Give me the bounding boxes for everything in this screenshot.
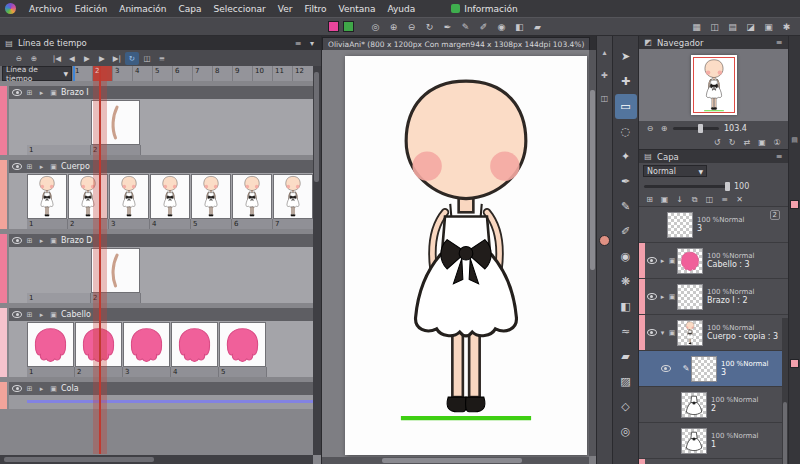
blend-mode-select[interactable]: Normal ▼ (643, 165, 707, 177)
canvas-viewport[interactable] (322, 50, 596, 464)
layer-visible-icon[interactable] (12, 385, 22, 392)
layer-visibility-toggle[interactable] (645, 293, 658, 300)
color-swatch-green[interactable] (343, 21, 354, 32)
grid-icon[interactable]: ▤ (725, 20, 740, 34)
new-layer-icon[interactable]: ⊞ (643, 194, 656, 206)
scrollbar-thumb[interactable] (783, 402, 787, 464)
track-header[interactable]: ⊞▸▣Cuerpo (9, 160, 321, 173)
onion-skin-icon[interactable]: ◫ (140, 52, 154, 65)
layer-row[interactable]: ✎100 %Normal3 (639, 351, 788, 387)
new-cel-icon[interactable]: ⊞ (25, 163, 34, 171)
lasso-tool[interactable]: ◌ (615, 119, 637, 144)
menu-item-edicion[interactable]: Edición (69, 2, 114, 16)
layer-mask-icon[interactable]: ◫ (703, 194, 716, 206)
track-header[interactable]: ⊞▸▣Brazo I (9, 86, 321, 99)
zoom-tool-icon[interactable]: ◎ (368, 20, 383, 34)
pen-tool[interactable]: ✒ (615, 169, 637, 194)
palette-color-swatch[interactable] (790, 200, 799, 209)
layer-row[interactable]: 100 %Normal2 (639, 387, 788, 423)
prev-frame-icon[interactable]: ◀ (65, 52, 79, 65)
zoom-tool[interactable]: ◎ (615, 419, 637, 444)
layer-visible-icon[interactable] (12, 89, 22, 96)
animation-cel[interactable]: 3 (123, 321, 171, 377)
expand-arrow-icon[interactable]: ▸ (37, 311, 46, 319)
animation-cel[interactable]: 3 (109, 173, 150, 229)
expand-arrow-icon[interactable]: ▸ (37, 89, 46, 97)
frame-cell-5[interactable]: 5 (152, 66, 172, 81)
scrollbar-thumb[interactable] (314, 72, 319, 182)
color-swatch-pink[interactable] (328, 21, 339, 32)
folder-expand-icon[interactable]: ▾ (658, 329, 667, 337)
layer-row[interactable]: ▸▣100 %NormalCabello : 3 (639, 243, 788, 279)
timeline-menu-icon[interactable]: ≡ (293, 38, 303, 48)
go-to-start-icon[interactable]: |◀ (50, 52, 64, 65)
animation-cel[interactable]: 5 (191, 173, 232, 229)
expand-arrow-icon[interactable]: ▸ (37, 385, 46, 393)
nav-zoom-in-icon[interactable]: ⊕ (658, 123, 670, 134)
track-header[interactable]: ⊞▸▣Brazo D (9, 234, 321, 247)
frame-cell-11[interactable]: 11 (272, 66, 292, 81)
rotate-left-icon[interactable]: ↺ (711, 137, 723, 148)
info-palette-header[interactable]: Información (451, 4, 518, 14)
document-tab[interactable]: OliviaAni* (800 x 1200px Con margen944 x… (322, 37, 590, 50)
snap-icon[interactable]: ▦ (689, 20, 704, 34)
layer-row[interactable]: ▸▣100 %NormalBrazo D : 3 (639, 459, 788, 464)
layer-visibility-toggle[interactable] (645, 329, 658, 336)
layer-row[interactable]: 100 %Normal32 (639, 207, 788, 243)
new-cel-icon[interactable]: ⊞ (25, 385, 34, 393)
zoom-slider[interactable] (673, 127, 719, 130)
layer-row[interactable]: 100 %Normal1 (639, 423, 788, 459)
layer-visible-icon[interactable] (12, 163, 22, 170)
pencil-tool[interactable]: ✎ (615, 194, 637, 219)
frame-cell-7[interactable]: 7 (192, 66, 212, 81)
gradient-tool[interactable]: ▨ (615, 369, 637, 394)
frame-cell-12[interactable]: 12 (292, 66, 312, 81)
frame-cell-3[interactable]: 3 (112, 66, 132, 81)
layer-visible-icon[interactable] (12, 311, 22, 318)
layer-row[interactable]: ▸▣100 %NormalBrazo I : 2 (639, 279, 788, 315)
pen-tool-icon[interactable]: ✒ (440, 20, 455, 34)
workspace-icon[interactable]: ▣ (761, 20, 776, 34)
scrollbar-thumb[interactable] (590, 90, 595, 270)
navigator-menu-icon[interactable]: ≡ (774, 38, 784, 48)
palette-color-swatch[interactable] (790, 359, 799, 368)
play-icon[interactable]: ▶ (80, 52, 94, 65)
loop-icon[interactable]: ↻ (125, 52, 139, 65)
blend-tool[interactable]: ≈ (615, 319, 637, 344)
expand-arrow-icon[interactable]: ▸ (37, 237, 46, 245)
scrollbar-thumb[interactable] (4, 457, 154, 462)
layer-visibility-toggle[interactable] (645, 257, 658, 264)
frame-cell-10[interactable]: 10 (252, 66, 272, 81)
opacity-slider[interactable] (644, 185, 730, 188)
menu-item-ver[interactable]: Ver (272, 2, 299, 16)
folder-expand-icon[interactable]: ▸ (658, 257, 667, 265)
settings-icon[interactable]: ✱ (779, 20, 794, 34)
pencil-tool-icon[interactable]: ✎ (458, 20, 473, 34)
timeline-collapse-icon[interactable]: ▾ (307, 38, 317, 48)
menu-item-filtro[interactable]: Filtro (298, 2, 332, 16)
current-color-swatch[interactable] (599, 235, 610, 246)
menu-item-ventana[interactable]: Ventana (332, 2, 381, 16)
new-cel-icon[interactable]: ⊞ (25, 89, 34, 97)
opacity-slider-thumb[interactable] (725, 182, 730, 191)
frame-cell-1[interactable]: 1 (72, 66, 92, 81)
zoom-slider-thumb[interactable] (698, 124, 703, 133)
menu-item-archivo[interactable]: Archivo (23, 2, 69, 16)
animation-cel[interactable]: 4 (150, 173, 191, 229)
magic-wand-tool[interactable]: ✦ (615, 144, 637, 169)
brush-tool[interactable]: ✐ (615, 219, 637, 244)
layer-visibility-toggle[interactable] (659, 365, 672, 372)
menu-item-ayuda[interactable]: Ayuda (381, 2, 421, 16)
move-tool[interactable]: ✚ (615, 69, 637, 94)
navigator-preview[interactable] (639, 49, 788, 121)
timeline-settings-icon[interactable]: ≡ (155, 52, 169, 65)
material-icon[interactable]: ◪ (743, 20, 758, 34)
animation-cel[interactable]: 1 (27, 173, 68, 229)
layer-visible-icon[interactable] (12, 237, 22, 244)
animation-cel[interactable]: 1 (27, 247, 91, 303)
layer-menu-icon[interactable]: ≡ (774, 152, 784, 162)
go-to-end-icon[interactable]: ▶| (110, 52, 124, 65)
next-frame-icon[interactable]: ▶ (95, 52, 109, 65)
expand-arrow-icon[interactable]: ▸ (37, 163, 46, 171)
canvas-page[interactable] (345, 56, 587, 455)
